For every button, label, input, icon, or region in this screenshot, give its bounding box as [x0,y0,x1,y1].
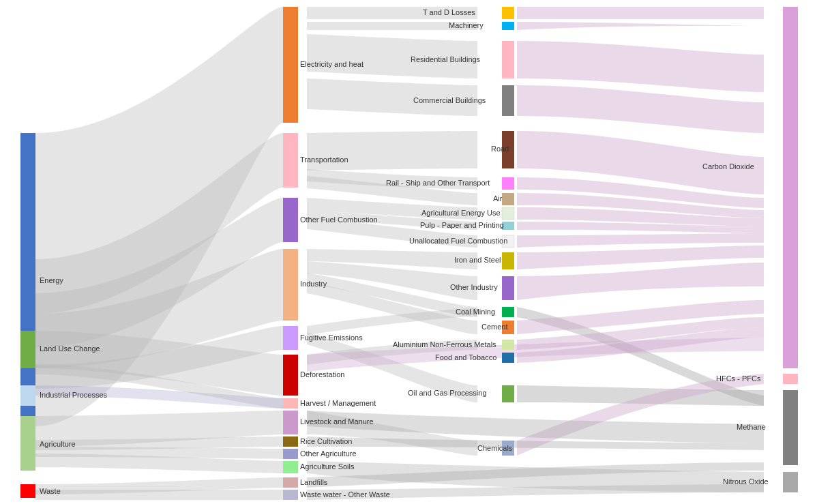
label-coal-mining: Coal Mining [456,308,495,316]
label-air: Air [493,194,503,203]
label-iron-steel: Iron and Steel [454,256,501,264]
node-agriculture [20,416,35,471]
node-ag-soils [283,461,298,473]
flow-waste-wastewater [35,490,283,500]
label-other-ag: Other Agriculture [300,449,357,458]
label-land-use: Land Use Change [40,344,100,353]
label-landfills: Landfills [300,478,328,486]
sankey-diagram: text { font-family: Arial, sans-serif; f… [0,0,817,504]
node-other-ag [283,449,298,459]
node-air [502,193,514,205]
label-oil-gas: Oil and Gas Processing [408,389,487,397]
label-residential: Residential Buildings [411,55,481,63]
node-livestock [283,411,298,434]
node-aluminium [502,340,514,350]
label-road: Road [491,145,509,153]
label-ag-energy: Agricultural Energy Use [421,209,501,217]
label-nitrous: Nitrous Oxide [723,477,769,486]
label-other-industry: Other Industry [450,283,498,291]
node-co2 [783,7,798,368]
node-fugitive [283,326,298,350]
node-residential [502,41,514,78]
label-td-losses: T and D Losses [423,8,475,16]
label-deforestation: Deforestation [300,370,344,379]
node-other-industry [502,276,514,300]
label-rice: Rice Cultivation [300,437,352,445]
flow-td-co2 [517,7,764,19]
node-transportation [283,133,298,188]
label-livestock: Livestock and Manure [300,417,374,426]
label-industry-mid: Industry [300,280,327,288]
label-cement: Cement [481,323,508,331]
node-td-losses [502,7,514,19]
node-coal-mining [502,307,514,317]
label-fugitive: Fugitive Emissions [300,333,363,342]
label-unallocated: Unallocated Fuel Combustion [409,237,507,245]
label-aluminium: Aluminium Non-Ferrous Metals [393,340,496,349]
node-iron-steel [502,252,514,269]
node-methane [783,390,798,465]
node-wastewater [283,490,298,500]
node-machinery [502,22,514,30]
node-harvest [283,398,298,409]
label-industrial: Industrial Processes [40,391,108,399]
label-waste: Waste [40,487,61,495]
label-food-tobacco: Food and Tobacco [435,353,496,361]
label-other-fuel: Other Fuel Combustion [300,216,378,224]
node-electricity [283,7,298,123]
node-rail-ship [502,177,514,190]
label-co2: Carbon Dioxide [702,162,754,171]
label-electricity: Electricity and heat [300,60,363,68]
node-waste [20,484,35,498]
label-machinery: Machinery [449,21,484,29]
flow-trans-road [307,131,477,171]
node-hfcs [783,374,798,384]
label-harvest: Harvest / Management [300,399,376,407]
node-industry-mid [283,249,298,321]
node-deforestation [283,355,298,396]
node-landfills [283,477,298,488]
label-methane: Methane [737,423,766,431]
node-rice [283,436,298,447]
label-wastewater: Waste water - Other Waste [300,490,390,499]
node-food-tobacco [502,353,514,363]
label-pulp-paper: Pulp - Paper and Printing [420,221,504,229]
node-land-use [20,331,35,368]
label-energy: Energy [40,276,63,284]
node-nitrous [783,472,798,492]
label-hfcs: HFCs - PFCs [716,374,761,383]
node-commercial [502,85,514,116]
label-chemicals: Chemicals [477,444,513,452]
node-oil-gas [502,385,514,402]
label-transportation: Transportation [300,155,348,164]
node-industrial [20,385,35,406]
label-agriculture: Agriculture [40,440,76,448]
label-commercial: Commercial Buildings [413,96,486,104]
node-ag-energy [502,207,514,220]
node-other-fuel [283,198,298,242]
node-energy [20,133,35,426]
label-rail-ship: Rail - Ship and Other Transport [386,179,490,187]
label-ag-soils: Agriculture Soils [300,462,355,471]
sankey-svg: text { font-family: Arial, sans-serif; f… [0,0,817,504]
